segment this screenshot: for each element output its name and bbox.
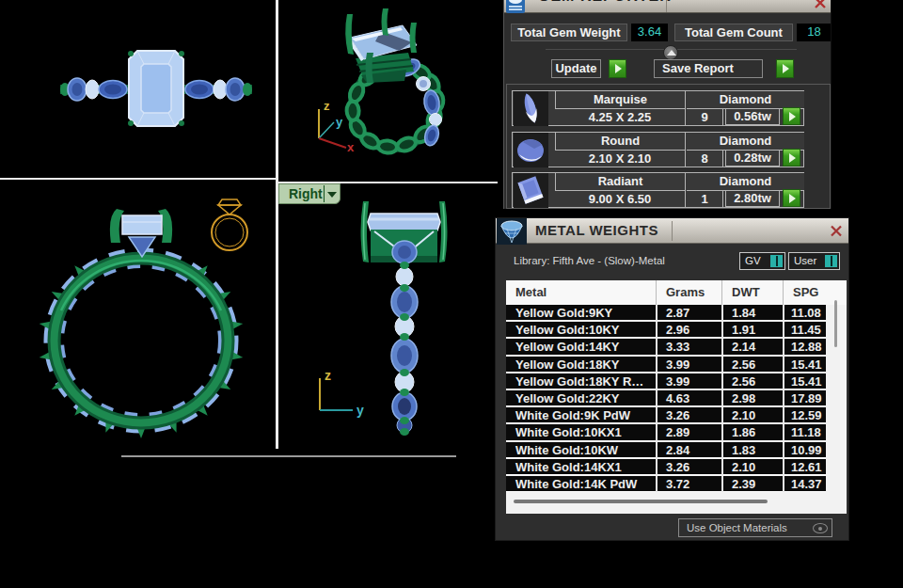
svg-text:y: y xyxy=(356,403,364,418)
svg-text:x: x xyxy=(347,140,355,154)
svg-text:z: z xyxy=(324,99,330,113)
svg-text:y: y xyxy=(336,115,343,129)
svg-text:z: z xyxy=(325,368,331,383)
